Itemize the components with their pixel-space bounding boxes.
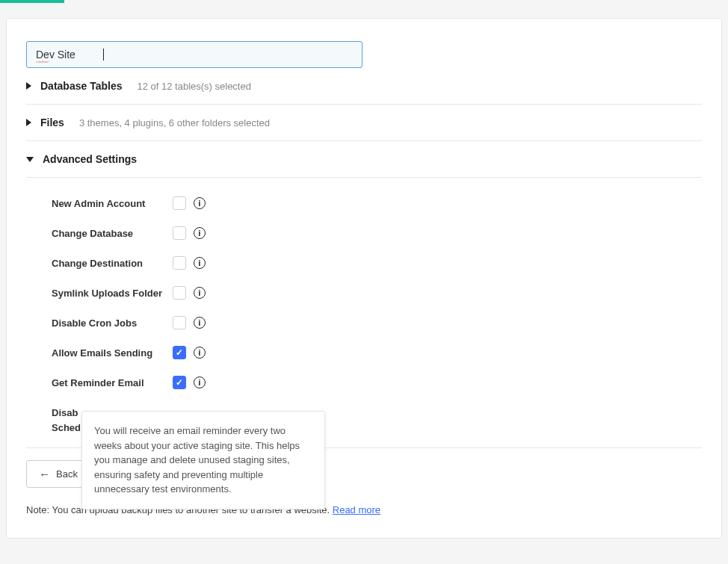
- option-change-db: Change Database i: [52, 218, 702, 248]
- db-tables-label: Database Tables: [40, 80, 122, 92]
- option-label: New Admin Account: [52, 198, 173, 209]
- option-reminder-email: Get Reminder Email ✓ i: [52, 368, 702, 397]
- option-allow-emails: Allow Emails Sending ✓ i: [52, 338, 702, 368]
- site-name-input[interactable]: [26, 41, 363, 68]
- check-icon: ✓: [176, 347, 183, 358]
- option-label: Disable Cron Jobs: [52, 317, 173, 329]
- change-db-checkbox[interactable]: [173, 226, 186, 240]
- section-title-files: Files: [26, 117, 64, 128]
- option-symlink: Symlink Uploads Folder i: [52, 278, 702, 308]
- new-admin-checkbox[interactable]: [173, 196, 186, 210]
- files-label: Files: [40, 117, 64, 128]
- reminder-email-checkbox[interactable]: ✓: [173, 376, 186, 389]
- arrow-left-icon: [39, 468, 50, 480]
- advanced-label: Advanced Settings: [43, 153, 137, 165]
- back-label: Back: [56, 468, 78, 480]
- info-icon[interactable]: i: [194, 376, 206, 388]
- option-change-dest: Change Destination i: [52, 248, 702, 278]
- db-tables-hint: 12 of 12 tables(s) selected: [137, 81, 250, 92]
- clone-config-panel: 〰〰〰〰 Database Tables 12 of 12 tables(s) …: [6, 18, 722, 539]
- site-name-input-wrap: 〰〰〰〰: [26, 41, 363, 68]
- option-label: Get Reminder Email: [52, 377, 173, 388]
- section-title-advanced: Advanced Settings: [26, 153, 702, 177]
- check-icon: ✓: [176, 377, 183, 388]
- option-label: Change Destination: [52, 258, 173, 269]
- info-icon[interactable]: i: [194, 287, 206, 299]
- active-tab-indicator: [0, 0, 64, 3]
- info-icon[interactable]: i: [194, 227, 206, 239]
- files-section[interactable]: Files 3 themes, 4 plugins, 6 other folde…: [26, 105, 702, 141]
- option-new-admin: New Admin Account i: [52, 188, 702, 218]
- section-title-db: Database Tables: [26, 80, 122, 92]
- allow-emails-checkbox[interactable]: ✓: [173, 346, 186, 359]
- option-label: Change Database: [52, 228, 173, 239]
- info-icon[interactable]: i: [194, 257, 206, 269]
- disable-cron-checkbox[interactable]: [173, 316, 186, 329]
- info-icon[interactable]: i: [194, 197, 206, 209]
- reminder-tooltip: You will receive an email reminder every…: [81, 411, 325, 509]
- read-more-link[interactable]: Read more: [333, 504, 380, 515]
- option-label: Allow Emails Sending: [52, 347, 173, 359]
- spellcheck-squiggle: 〰〰〰〰: [36, 60, 48, 64]
- advanced-options-list: New Admin Account i Change Database i Ch…: [26, 178, 702, 443]
- files-hint: 3 themes, 4 plugins, 6 other folders sel…: [79, 117, 270, 128]
- option-label: Symlink Uploads Folder: [52, 288, 173, 299]
- info-icon[interactable]: i: [194, 317, 206, 329]
- collapse-arrow-icon: [26, 157, 34, 162]
- database-tables-section[interactable]: Database Tables 12 of 12 tables(s) selec…: [26, 68, 702, 105]
- info-icon[interactable]: i: [194, 347, 206, 359]
- expand-arrow-icon: [26, 82, 31, 90]
- option-disable-cron: Disable Cron Jobs i: [52, 308, 702, 338]
- advanced-section[interactable]: Advanced Settings: [26, 141, 702, 178]
- text-cursor: [103, 49, 104, 61]
- symlink-checkbox[interactable]: [173, 286, 186, 300]
- expand-arrow-icon: [26, 119, 31, 126]
- change-dest-checkbox[interactable]: [173, 256, 186, 270]
